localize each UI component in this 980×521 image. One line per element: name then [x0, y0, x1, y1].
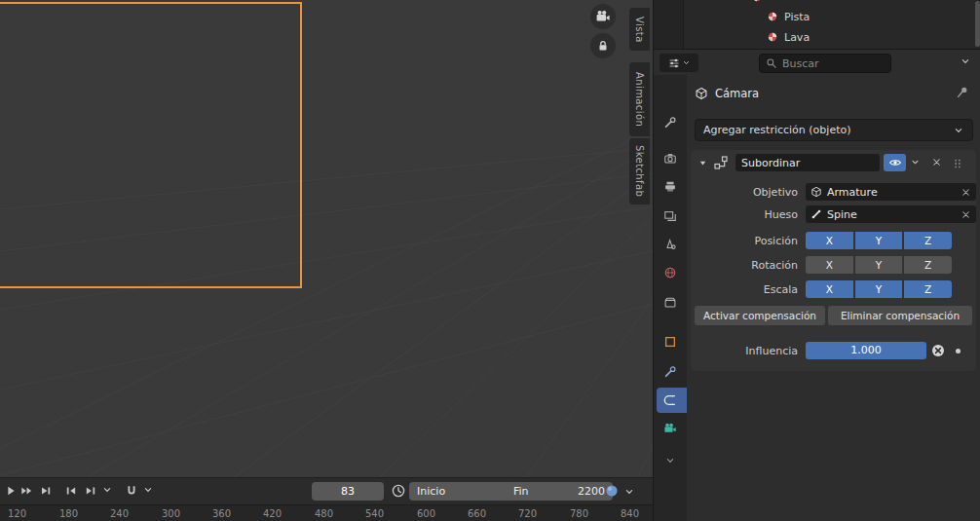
clear-inverse-button[interactable]: Eliminar compensación	[828, 306, 972, 325]
camera-view-border	[0, 2, 302, 288]
clear-keyframe-icon[interactable]	[930, 343, 946, 361]
position-label: Posición	[691, 235, 806, 247]
render-tab[interactable]	[654, 146, 687, 171]
timeline-ruler[interactable]: 120 180 240 300 360 420 480 540 600 660 …	[0, 504, 653, 521]
bone-icon	[810, 208, 822, 220]
camera-data-tab[interactable]	[654, 416, 687, 441]
rotation-z-toggle[interactable]: Z	[904, 256, 952, 274]
influence-label: Influencia	[691, 345, 806, 357]
breadcrumb: Cámara	[695, 84, 759, 103]
material-icon	[767, 31, 778, 43]
rotation-row: Rotación X Y Z	[691, 255, 976, 275]
target-label: Objetivo	[691, 186, 806, 199]
outliner-item-pista[interactable]: Pista	[683, 7, 971, 26]
frame-end-value: 2200	[578, 485, 605, 498]
jump-to-end-button[interactable]	[39, 484, 53, 498]
frame-start-field[interactable]: Inicio 1	[409, 482, 519, 501]
constraint-visibility-toggle[interactable]	[884, 154, 906, 171]
view-layer-tab[interactable]	[654, 204, 687, 229]
previous-frame-button[interactable]	[64, 484, 78, 498]
frame-end-field[interactable]: Fin 2200	[506, 482, 613, 501]
material-icon	[751, 0, 763, 3]
scene-tab[interactable]	[654, 232, 687, 257]
outliner-item-label: Lava	[784, 31, 810, 44]
sidebar-tab-sketchfab[interactable]: Sketchfab	[629, 138, 650, 205]
object-icon	[695, 87, 708, 100]
camera-icon	[595, 9, 611, 24]
rotation-x-toggle[interactable]: X	[806, 256, 853, 274]
world-tab[interactable]	[654, 260, 687, 285]
set-inverse-button[interactable]: Activar compensación	[695, 306, 825, 325]
scale-y-toggle[interactable]: Y	[855, 280, 903, 298]
sidebar-tab-vista[interactable]: Vista	[629, 8, 650, 51]
expand-triangle-icon[interactable]	[697, 158, 708, 171]
constraint-close-icon[interactable]	[931, 157, 942, 170]
fast-forward-button[interactable]	[19, 484, 33, 498]
scale-label: Escala	[691, 283, 806, 296]
camera-gizmo-button[interactable]	[590, 4, 616, 29]
snap-options-chevron[interactable]	[142, 484, 154, 499]
target-row: Objetivo Armature	[691, 182, 976, 202]
chevron-down-icon	[953, 125, 964, 136]
sidebar-tab-animacion[interactable]: Animación	[629, 62, 650, 136]
constraints-tab-active[interactable]	[654, 388, 687, 413]
modifiers-tab[interactable]	[654, 359, 687, 385]
outliner-item-label: Pista	[784, 11, 810, 23]
pin-icon[interactable]	[956, 86, 969, 99]
scale-z-toggle[interactable]: Z	[904, 280, 952, 298]
output-tab[interactable]	[654, 174, 687, 200]
outliner-scrollbar[interactable]	[975, 1, 980, 47]
position-row: Posición X Y Z	[691, 231, 976, 250]
rotation-label: Rotación	[691, 259, 806, 272]
rotation-axis-toggles: X Y Z	[806, 256, 952, 274]
disclosure-triangle-icon[interactable]	[736, 0, 747, 3]
ruler-tick: 180	[59, 508, 78, 519]
animate-property-dot[interactable]	[956, 349, 961, 354]
scale-x-toggle[interactable]: X	[806, 280, 853, 298]
bone-label: Hueso	[691, 208, 806, 221]
current-frame-field[interactable]: 83	[312, 482, 384, 501]
sync-sphere-icon[interactable]	[604, 483, 620, 502]
bone-value: Spine	[827, 208, 956, 221]
frame-start-label: Inicio	[417, 485, 445, 498]
collection-tab[interactable]	[654, 290, 687, 316]
eye-icon	[888, 156, 902, 169]
target-field[interactable]: Armature	[806, 183, 976, 201]
ruler-tick: 240	[110, 508, 129, 519]
next-frame-button[interactable]	[84, 484, 97, 498]
play-button[interactable]	[4, 484, 18, 498]
position-y-toggle[interactable]: Y	[855, 232, 903, 249]
ruler-tick: 600	[417, 508, 435, 519]
child-of-constraint-icon	[713, 155, 729, 173]
clock-icon	[391, 483, 406, 502]
outliner-item-partial[interactable]	[683, 0, 971, 7]
position-z-toggle[interactable]: Z	[904, 232, 952, 249]
3d-viewport[interactable]: Vista Animación Sketchfab	[0, 0, 653, 477]
snap-magnet-icon[interactable]	[125, 484, 138, 498]
outliner-item-lava[interactable]: Lava	[683, 27, 971, 47]
add-constraint-dropdown[interactable]: Agregar restricción (objeto)	[695, 119, 973, 141]
bone-field[interactable]: Spine	[806, 205, 976, 223]
position-x-toggle[interactable]: X	[806, 232, 853, 249]
clear-bone-icon[interactable]	[961, 209, 971, 220]
sync-options-chevron[interactable]	[623, 486, 635, 501]
clear-target-icon[interactable]	[961, 187, 971, 198]
influence-row: Influencia 1.000	[691, 341, 976, 360]
tabs-overflow-chevron[interactable]	[654, 448, 687, 473]
timeline-editor: 83 Inicio 1 Fin 2200 120 180 240 300 360…	[0, 477, 653, 521]
tool-tab[interactable]	[654, 110, 687, 135]
constraint-panel-header[interactable]: Subordinar	[691, 150, 976, 175]
object-tab[interactable]	[654, 329, 687, 354]
drag-handle-icon[interactable]	[952, 158, 963, 172]
constraint-name-field[interactable]: Subordinar	[735, 154, 880, 171]
breadcrumb-object-name[interactable]: Cámara	[715, 87, 759, 100]
lock-gizmo-button[interactable]	[590, 33, 616, 58]
influence-slider[interactable]: 1.000	[806, 342, 926, 359]
rotation-y-toggle[interactable]: Y	[855, 256, 903, 274]
outliner-left-strip	[654, 0, 684, 49]
add-constraint-label: Agregar restricción (objeto)	[703, 124, 953, 136]
properties-editor: Buscar Cámara	[654, 50, 980, 521]
properties-content: Cámara Agregar restricción (objeto) Subo…	[687, 50, 980, 521]
playback-options-chevron[interactable]	[101, 484, 113, 499]
constraint-extras-chevron[interactable]	[910, 157, 921, 170]
